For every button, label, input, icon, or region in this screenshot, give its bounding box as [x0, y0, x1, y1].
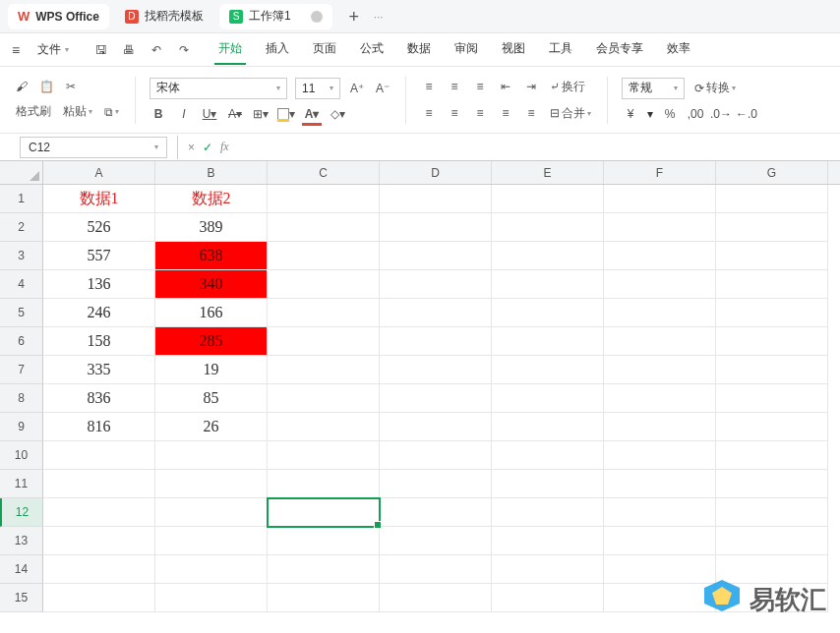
cell-F9[interactable] — [604, 413, 716, 441]
cell-A6[interactable]: 158 — [43, 327, 155, 356]
tab-tools[interactable]: 工具 — [545, 34, 576, 65]
cells-area[interactable]: 数据1数据25263895576381363402461661582853351… — [43, 185, 840, 612]
number-format-select[interactable]: 常规▾ — [622, 78, 685, 99]
cell-F11[interactable] — [604, 470, 716, 498]
cell-G6[interactable] — [716, 327, 828, 356]
row-header-1[interactable]: 1 — [0, 185, 43, 213]
cell-E5[interactable] — [492, 299, 604, 327]
cell-E13[interactable] — [492, 527, 604, 555]
cell-style-button[interactable]: ◇▾ — [329, 105, 346, 123]
cell-D12[interactable] — [380, 498, 492, 527]
cell-E1[interactable] — [492, 185, 604, 213]
cell-D6[interactable] — [380, 327, 492, 356]
cell-C5[interactable] — [268, 299, 380, 327]
undo-icon[interactable]: ↶ — [148, 41, 165, 59]
cell-B7[interactable]: 19 — [155, 356, 268, 384]
cell-B2[interactable]: 389 — [155, 213, 268, 242]
tab-page[interactable]: 页面 — [309, 34, 340, 65]
cell-C9[interactable] — [268, 413, 380, 441]
cell-A7[interactable]: 335 — [43, 356, 155, 384]
cell-A11[interactable] — [43, 470, 155, 498]
row-header-6[interactable]: 6 — [0, 327, 43, 356]
cell-D7[interactable] — [380, 356, 492, 384]
paste-label[interactable]: 粘贴▾ — [61, 101, 94, 122]
cell-D1[interactable] — [380, 185, 492, 213]
cell-A13[interactable] — [43, 527, 155, 555]
cell-G1[interactable] — [716, 185, 828, 213]
app-tab[interactable]: W WPS Office — [8, 4, 109, 29]
copy-button[interactable]: ⧉▾ — [102, 103, 121, 121]
row-header-10[interactable]: 10 — [0, 441, 43, 470]
cell-B13[interactable] — [155, 527, 268, 555]
cell-E14[interactable] — [492, 555, 604, 584]
cell-A8[interactable]: 836 — [43, 384, 155, 413]
cell-B1[interactable]: 数据2 — [155, 185, 268, 213]
cut-button[interactable]: ✂ — [64, 78, 78, 95]
format-painter-label[interactable]: 格式刷 — [14, 101, 53, 122]
cell-F4[interactable] — [604, 270, 716, 299]
cell-D9[interactable] — [380, 413, 492, 441]
wrap-text-button[interactable]: ⤶换行 — [548, 77, 587, 97]
bold-button[interactable]: B — [150, 105, 167, 123]
strikethrough-button[interactable]: A▾ — [226, 105, 244, 123]
indent-left-icon[interactable]: ⇤ — [497, 78, 514, 95]
cell-A5[interactable]: 246 — [43, 299, 155, 327]
cell-D3[interactable] — [380, 242, 492, 270]
cell-G9[interactable] — [716, 413, 828, 441]
align-right-icon[interactable]: ≡ — [471, 104, 489, 122]
cell-C4[interactable] — [268, 270, 380, 299]
new-tab-button[interactable]: + — [344, 8, 364, 26]
paste-button[interactable]: 📋 — [37, 78, 56, 95]
cell-A12[interactable] — [43, 498, 155, 527]
cell-F14[interactable] — [604, 555, 716, 584]
cell-A4[interactable]: 136 — [43, 270, 155, 299]
underline-button[interactable]: U▾ — [201, 105, 218, 123]
tab-insert[interactable]: 插入 — [262, 34, 293, 65]
comma-button[interactable]: ,00 — [687, 105, 704, 123]
cell-D8[interactable] — [380, 384, 492, 413]
redo-icon[interactable]: ↷ — [175, 41, 193, 59]
tab-formula[interactable]: 公式 — [356, 34, 388, 65]
increase-font-icon[interactable]: A⁺ — [348, 80, 366, 97]
cell-C11[interactable] — [268, 470, 380, 498]
row-header-8[interactable]: 8 — [0, 384, 43, 413]
row-header-13[interactable]: 13 — [0, 527, 43, 555]
cell-B6[interactable]: 285 — [155, 327, 268, 356]
cell-E4[interactable] — [492, 270, 604, 299]
decrease-font-icon[interactable]: A⁻ — [374, 80, 391, 97]
cell-C6[interactable] — [268, 327, 380, 356]
cell-C7[interactable] — [268, 356, 380, 384]
cell-A9[interactable]: 816 — [43, 413, 155, 441]
align-middle-icon[interactable]: ≡ — [446, 78, 463, 95]
cell-F10[interactable] — [604, 441, 716, 470]
cell-A2[interactable]: 526 — [43, 213, 155, 242]
cancel-formula-button[interactable]: × — [188, 141, 195, 154]
column-header-A[interactable]: A — [43, 161, 155, 184]
row-header-12[interactable]: 12 — [0, 498, 43, 527]
currency-button[interactable]: ¥ — [622, 105, 639, 123]
cell-D2[interactable] — [380, 213, 492, 242]
cell-C3[interactable] — [268, 242, 380, 270]
cell-A10[interactable] — [43, 441, 155, 470]
column-header-E[interactable]: E — [492, 161, 604, 184]
cell-B4[interactable]: 340 — [155, 270, 268, 299]
align-bottom-icon[interactable]: ≡ — [471, 78, 489, 95]
cell-G3[interactable] — [716, 242, 828, 270]
cell-C10[interactable] — [268, 441, 380, 470]
cell-D10[interactable] — [380, 441, 492, 470]
percent-button[interactable]: % — [661, 105, 679, 123]
cell-B14[interactable] — [155, 555, 268, 584]
align-left-icon[interactable]: ≡ — [420, 104, 438, 122]
rtl-icon[interactable]: ≡ — [522, 104, 540, 122]
cell-B10[interactable] — [155, 441, 268, 470]
cell-A3[interactable]: 557 — [43, 242, 155, 270]
cell-E8[interactable] — [492, 384, 604, 413]
cell-F5[interactable] — [604, 299, 716, 327]
cell-F15[interactable] — [604, 584, 716, 612]
font-size-select[interactable]: 11▾ — [295, 78, 340, 99]
cell-E6[interactable] — [492, 327, 604, 356]
align-center-icon[interactable]: ≡ — [446, 104, 463, 122]
cell-E11[interactable] — [492, 470, 604, 498]
format-painter-button[interactable]: 🖌 — [14, 78, 30, 95]
cell-A1[interactable]: 数据1 — [43, 185, 155, 213]
